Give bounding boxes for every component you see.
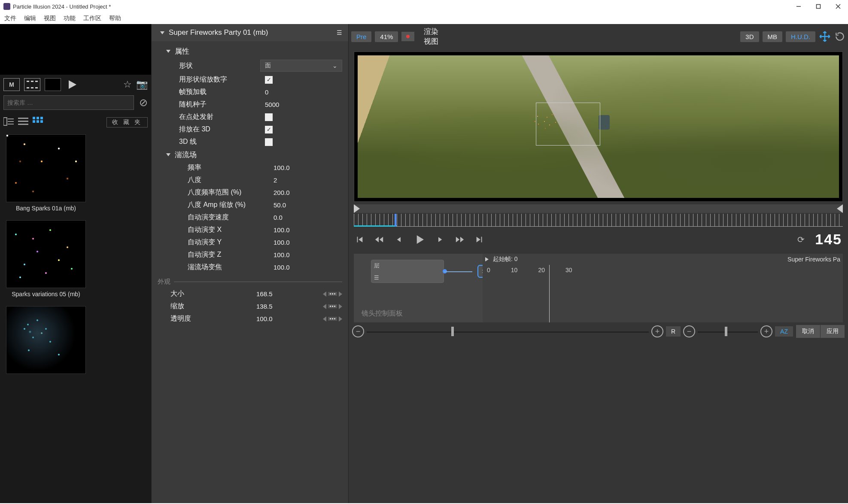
goto-end-button[interactable] bbox=[475, 235, 484, 244]
menu-help[interactable]: 帮助 bbox=[109, 15, 121, 22]
maximize-button[interactable] bbox=[808, 0, 828, 13]
keyframe-button[interactable] bbox=[328, 292, 337, 296]
collapse-icon[interactable] bbox=[160, 31, 164, 34]
step-left-icon[interactable] bbox=[323, 291, 326, 297]
az-button[interactable]: AZ bbox=[775, 326, 793, 337]
keyframe-button[interactable] bbox=[328, 317, 337, 321]
step-left-icon[interactable] bbox=[323, 304, 326, 309]
preview-toggle[interactable]: Pre bbox=[351, 31, 371, 42]
group-toggle[interactable] bbox=[166, 50, 170, 53]
zoom2-out-button[interactable]: − bbox=[683, 325, 695, 337]
prop-tzoom-value[interactable]: 100.0 bbox=[274, 264, 290, 271]
prop-avx-value[interactable]: 100.0 bbox=[274, 226, 290, 234]
preview-viewport[interactable] bbox=[354, 52, 843, 202]
prop-place3d-checkbox[interactable]: ✓ bbox=[265, 126, 273, 134]
range-out-handle[interactable] bbox=[837, 204, 843, 213]
node-graph[interactable]: 层 ☰ S 镜头控制面板 bbox=[354, 254, 483, 322]
range-in-handle[interactable] bbox=[354, 204, 360, 213]
track-playhead[interactable] bbox=[549, 265, 550, 322]
refresh-icon[interactable] bbox=[834, 31, 845, 42]
prop-avz-value[interactable]: 100.0 bbox=[274, 251, 290, 258]
view-grid[interactable] bbox=[33, 117, 43, 128]
menu-icon[interactable]: ☰ bbox=[374, 274, 441, 281]
menu-feature[interactable]: 功能 bbox=[64, 15, 76, 22]
library-item[interactable]: Bang Sparks 01a (mb) bbox=[6, 134, 86, 212]
cancel-button[interactable]: 取消 bbox=[796, 325, 820, 338]
step-right-icon[interactable] bbox=[339, 316, 342, 322]
prop-emitpt-checkbox[interactable] bbox=[265, 113, 273, 121]
zoom-slider[interactable] bbox=[367, 326, 649, 337]
favorites-button[interactable]: 收 藏 夹 bbox=[106, 117, 148, 128]
prop-size-label: 大小 bbox=[170, 289, 256, 298]
prop-seed-value[interactable]: 5000 bbox=[265, 101, 279, 108]
prop-scale-value[interactable]: 138.5 bbox=[256, 303, 273, 310]
menu-file[interactable]: 文件 bbox=[4, 15, 16, 22]
reset-button[interactable]: R bbox=[666, 326, 681, 337]
filmstrip-button[interactable] bbox=[24, 78, 40, 91]
prop-line3d-checkbox[interactable] bbox=[265, 138, 273, 146]
playhead[interactable] bbox=[395, 214, 396, 227]
timeline-ruler[interactable] bbox=[354, 214, 843, 227]
close-button[interactable] bbox=[828, 0, 848, 13]
prop-octamp-value[interactable]: 50.0 bbox=[274, 201, 286, 209]
clear-search-icon[interactable]: ⊘ bbox=[139, 97, 148, 109]
minimize-button[interactable] bbox=[789, 0, 808, 13]
layer-node[interactable]: 层 ☰ bbox=[371, 260, 444, 283]
prop-shape-select[interactable]: 面⌄ bbox=[260, 60, 342, 72]
emitter-bounds[interactable] bbox=[536, 103, 600, 146]
prop-size-value[interactable]: 168.5 bbox=[256, 290, 273, 298]
view-list[interactable] bbox=[18, 117, 28, 128]
lens-panel-label: 镜头控制面板 bbox=[362, 309, 403, 318]
zoom2-in-button[interactable]: + bbox=[760, 325, 772, 337]
step-left-icon[interactable] bbox=[323, 316, 326, 322]
zoom-in-button[interactable]: + bbox=[651, 325, 663, 337]
prop-preload-value[interactable]: 0 bbox=[265, 88, 268, 96]
render-view-dropdown[interactable]: 渲染视图 bbox=[418, 27, 438, 46]
camera-icon[interactable]: 📷 bbox=[136, 79, 148, 90]
play-button[interactable] bbox=[413, 233, 426, 246]
panel-menu-icon[interactable]: ☰ bbox=[337, 29, 342, 36]
prop-oct-value[interactable]: 2 bbox=[274, 176, 277, 184]
step-right-icon[interactable] bbox=[339, 304, 342, 309]
loop-button[interactable]: ⟳ bbox=[797, 234, 805, 245]
svg-rect-1 bbox=[817, 5, 821, 9]
library-item[interactable]: Sparks variations 05 (mb) bbox=[6, 220, 86, 298]
fast-forward-button[interactable] bbox=[455, 235, 465, 244]
play-preview-button[interactable] bbox=[69, 80, 76, 89]
step-back-button[interactable] bbox=[394, 235, 403, 244]
zoom2-slider[interactable] bbox=[698, 326, 758, 337]
current-frame[interactable]: 145 bbox=[815, 231, 842, 248]
apply-button[interactable]: 应用 bbox=[820, 325, 845, 338]
range-slider[interactable] bbox=[354, 204, 843, 213]
motion-blur-toggle[interactable]: M bbox=[3, 78, 20, 91]
menu-view[interactable]: 视图 bbox=[44, 15, 56, 22]
search-input[interactable] bbox=[3, 95, 134, 110]
step-right-icon[interactable] bbox=[339, 291, 342, 297]
library-item[interactable] bbox=[6, 306, 86, 374]
menu-workspace[interactable]: 工作区 bbox=[83, 15, 101, 22]
mb-toggle[interactable]: MB bbox=[763, 31, 783, 42]
move-tool-icon[interactable] bbox=[819, 30, 831, 43]
goto-start-button[interactable] bbox=[355, 235, 364, 244]
track-expand-icon[interactable] bbox=[485, 257, 489, 261]
prop-freq-value[interactable]: 100.0 bbox=[274, 164, 290, 171]
zoom-level[interactable]: 41% bbox=[375, 31, 398, 42]
hud-toggle[interactable]: H.U.D. bbox=[786, 31, 815, 42]
background-button[interactable] bbox=[45, 78, 61, 91]
prop-opacity-value[interactable]: 100.0 bbox=[256, 315, 273, 322]
favorite-icon[interactable]: ☆ bbox=[123, 79, 132, 90]
record-button[interactable] bbox=[401, 32, 414, 41]
prop-avs-value[interactable]: 0.0 bbox=[274, 214, 283, 221]
group-toggle[interactable] bbox=[166, 153, 170, 156]
step-forward-button[interactable] bbox=[436, 235, 445, 244]
view-list-detail[interactable] bbox=[3, 117, 14, 128]
svg-rect-16 bbox=[40, 120, 43, 123]
prop-scalebyshape-checkbox[interactable]: ✓ bbox=[265, 76, 273, 84]
zoom-out-button[interactable]: − bbox=[352, 325, 364, 337]
keyframe-button[interactable] bbox=[328, 304, 337, 308]
3d-toggle[interactable]: 3D bbox=[740, 31, 759, 42]
prop-octfr-value[interactable]: 200.0 bbox=[274, 189, 290, 196]
prop-avy-value[interactable]: 100.0 bbox=[274, 239, 290, 246]
rewind-button[interactable] bbox=[374, 235, 384, 244]
menu-edit[interactable]: 编辑 bbox=[24, 15, 36, 22]
